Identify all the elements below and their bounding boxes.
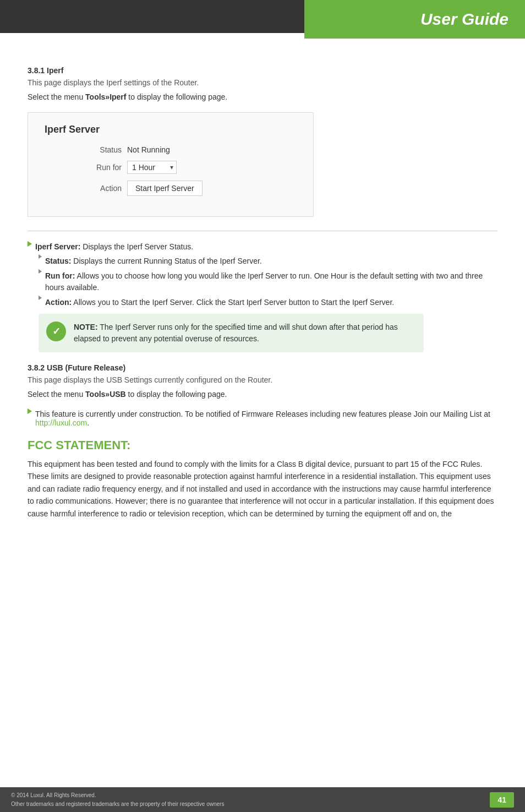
status-value: Not Running: [127, 145, 170, 154]
feature-bullet: This feature is currently under construc…: [28, 410, 497, 427]
fcc-text: This equipment has been tested and found…: [28, 458, 497, 520]
sub-bullet-text-status: Status: Displays the current Running Sta…: [45, 255, 262, 267]
footer-left: © 2014 Luxul. All Rights Reserved. Other…: [11, 791, 224, 809]
main-bullet-label: Iperf Server:: [35, 242, 80, 251]
header-bar: [0, 0, 304, 33]
sub-bullet-action: Action: Allows you to Start the Iperf Se…: [39, 297, 497, 308]
runfor-select-wrapper: 1 Hour 2 Hours 3 Hours: [127, 161, 177, 174]
luxul-link[interactable]: http://luxul.com: [35, 418, 87, 427]
section-382-title: 3.8.2 USB (Future Release): [28, 363, 497, 372]
status-row: Status Not Running: [78, 145, 297, 154]
fcc-title: FCC STATEMENT:: [28, 438, 497, 453]
menu-instruction-381: Select the menu Tools»Iperf to display t…: [28, 92, 497, 101]
iperf-server-box: Iperf Server Status Not Running Run for …: [28, 112, 314, 217]
page-title: User Guide: [420, 10, 508, 29]
note-text: NOTE: The Iperf Server runs only for the…: [74, 321, 415, 345]
feature-bullet-text: This feature is currently under construc…: [35, 410, 497, 427]
start-iperf-button[interactable]: Start Iperf Server: [127, 181, 203, 196]
fcc-section: FCC STATEMENT: This equipment has been t…: [28, 438, 497, 520]
section-382-desc: This page displays the USB Settings curr…: [28, 375, 497, 384]
status-label: Status: [78, 145, 122, 154]
runfor-row: Run for 1 Hour 2 Hours 3 Hours: [78, 161, 297, 174]
footer-copyright: © 2014 Luxul. All Rights Reserved.: [11, 791, 224, 800]
menu-instruction-382: Select the menu Tools»USB to display the…: [28, 390, 497, 399]
note-box: ✓ NOTE: The Iperf Server runs only for t…: [39, 314, 424, 352]
main-bullet-text: Iperf Server: Displays the Iperf Server …: [35, 242, 193, 251]
main-bullet: Iperf Server: Displays the Iperf Server …: [28, 242, 497, 251]
iperf-box-title: Iperf Server: [45, 124, 297, 135]
main-bullet-icon: [28, 241, 32, 247]
section-382: 3.8.2 USB (Future Release) This page dis…: [28, 363, 497, 427]
sub-bullet-text-action: Action: Allows you to Start the Iperf Se…: [45, 297, 394, 308]
action-row: Action Start Iperf Server: [78, 181, 297, 196]
menu-bold-382: Tools»USB: [85, 390, 126, 399]
section-381-desc: This page displays the Iperf settings of…: [28, 78, 497, 87]
menu-bold-381: Tools»Iperf: [85, 92, 126, 101]
sub-bullets: Status: Displays the current Running Sta…: [39, 255, 497, 308]
sub-bullet-icon-action: [39, 296, 42, 300]
runfor-select[interactable]: 1 Hour 2 Hours 3 Hours: [127, 161, 177, 174]
feature-bullet-icon: [28, 408, 32, 414]
footer: © 2014 Luxul. All Rights Reserved. Other…: [0, 787, 525, 812]
footer-trademark: Other trademarks and registered trademar…: [11, 800, 224, 809]
section-381-title: 3.8.1 Iperf: [28, 66, 497, 75]
runfor-label: Run for: [78, 163, 122, 172]
action-label: Action: [78, 184, 122, 193]
sub-bullet-text-runfor: Run for: Allows you to choose how long y…: [45, 270, 497, 293]
sub-bullet-icon-runfor: [39, 269, 42, 274]
note-check-icon: ✓: [46, 321, 66, 341]
bullet-section: Iperf Server: Displays the Iperf Server …: [28, 242, 497, 352]
footer-page-number: 41: [490, 792, 514, 808]
sub-bullet-icon-status: [39, 254, 42, 259]
divider: [28, 231, 497, 231]
sub-bullet-runfor: Run for: Allows you to choose how long y…: [39, 270, 497, 293]
sub-bullet-status: Status: Displays the current Running Sta…: [39, 255, 497, 267]
header-right: User Guide: [304, 0, 525, 39]
